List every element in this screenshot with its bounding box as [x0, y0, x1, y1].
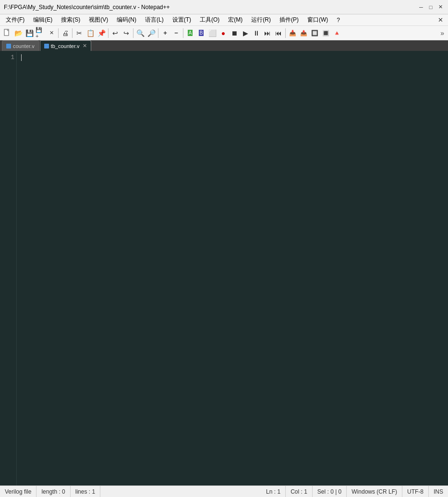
status-mode[interactable]: INS — [429, 486, 448, 497]
replace-icon: 🔎 — [147, 29, 156, 37]
toolbar-zoom-in-button[interactable]: + — [160, 28, 170, 38]
menu-window[interactable]: 窗口(W) — [303, 15, 332, 25]
window-controls: ─ □ ✕ — [417, 3, 444, 11]
toolbar-sep-7 — [285, 28, 286, 38]
menu-plugins[interactable]: 插件(P) — [276, 15, 303, 25]
zoom-out-icon: − — [174, 29, 178, 36]
toolbar-btn-j[interactable]: 📥 — [287, 28, 298, 38]
icon-a: A — [188, 30, 193, 36]
new-icon — [3, 29, 11, 37]
tab-bar: counter.v tb_counter.v ✕ — [0, 40, 448, 52]
tab-tb-counter-label: tb_counter.v — [51, 43, 80, 49]
menu-run[interactable]: 运行(R) — [247, 15, 275, 25]
icon-j: 📥 — [289, 30, 296, 36]
toolbar-sep-5 — [158, 28, 158, 38]
toolbar-btn-e[interactable]: ⏹ — [229, 28, 240, 38]
menu-bar: 文件(F) 编辑(E) 搜索(S) 视图(V) 编码(N) 语言(L) 设置(T… — [0, 14, 448, 26]
menu-close-x[interactable]: ✕ — [435, 16, 446, 24]
toolbar-replace-button[interactable]: 🔎 — [146, 28, 157, 38]
icon-m: 🔳 — [322, 30, 329, 36]
toolbar-sep-2 — [72, 28, 73, 38]
editor-content[interactable] — [17, 52, 448, 485]
toolbar-undo-button[interactable]: ↩ — [110, 28, 121, 38]
toolbar-save-all-button[interactable]: 💾+ — [35, 28, 46, 38]
toolbar-btn-g[interactable]: ⏸ — [251, 28, 262, 38]
menu-macro[interactable]: 宏(M) — [224, 15, 246, 25]
icon-h: ⏭ — [264, 29, 271, 37]
menu-edit[interactable]: 编辑(E) — [29, 15, 56, 25]
toolbar-btn-h[interactable]: ⏭ — [262, 28, 273, 38]
cut-icon: ✂ — [76, 29, 82, 37]
toolbar-btn-n[interactable]: 🔺 — [331, 28, 342, 38]
toolbar-sep-4 — [133, 28, 133, 38]
tab-counter[interactable]: counter.v — [2, 40, 39, 51]
menu-file[interactable]: 文件(F) — [2, 15, 28, 25]
menu-view[interactable]: 视图(V) — [85, 15, 112, 25]
icon-f: ▶ — [243, 29, 248, 37]
tab-tb-counter[interactable]: tb_counter.v ✕ — [40, 40, 91, 51]
toolbar-cut-button[interactable]: ✂ — [74, 28, 85, 38]
save-icon: 💾 — [25, 29, 34, 37]
minimize-button[interactable]: ─ — [417, 3, 425, 11]
status-bar: Verilog file length : 0 lines : 1 Ln : 1… — [0, 485, 448, 497]
close-button[interactable]: ✕ — [436, 3, 444, 11]
menu-settings[interactable]: 设置(T) — [169, 15, 195, 25]
maximize-button[interactable]: □ — [427, 3, 435, 11]
menu-language[interactable]: 语言(L) — [141, 15, 168, 25]
open-icon: 📂 — [14, 29, 23, 37]
toolbar-save-button[interactable]: 💾 — [24, 28, 35, 38]
status-ln: Ln : 1 — [261, 486, 286, 497]
editor-container: 1 — [0, 52, 448, 485]
line-number-1: 1 — [4, 54, 14, 61]
toolbar-copy-button[interactable]: 📋 — [85, 28, 96, 38]
close-file-icon: ✕ — [49, 30, 54, 36]
tab-tb-counter-icon — [44, 44, 49, 48]
title-text: F:\FPGA\My_Study_Notes\counter\sim\tb_co… — [4, 4, 170, 11]
menu-encode[interactable]: 编码(N) — [113, 15, 140, 25]
icon-d: ● — [221, 29, 225, 37]
print-icon: 🖨 — [62, 29, 69, 37]
toolbar-btn-c[interactable]: ⬜ — [207, 28, 218, 38]
toolbar-find-button[interactable]: 🔍 — [135, 28, 145, 38]
undo-icon: ↩ — [112, 29, 118, 37]
status-encoding[interactable]: UTF-8 — [402, 486, 429, 497]
status-length: length : 0 — [36, 486, 70, 497]
toolbar-btn-k[interactable]: 📤 — [298, 28, 309, 38]
tab-tb-counter-close[interactable]: ✕ — [83, 43, 87, 49]
icon-e: ⏹ — [231, 29, 238, 37]
toolbar-expand[interactable]: » — [438, 29, 446, 37]
redo-icon: ↪ — [123, 29, 129, 37]
menu-help[interactable]: ? — [333, 16, 344, 24]
toolbar-btn-l[interactable]: 🔲 — [309, 28, 320, 38]
status-lines: lines : 1 — [71, 486, 100, 497]
status-col: Col : 1 — [286, 486, 313, 497]
zoom-in-icon: + — [163, 29, 167, 36]
icon-i: ⏮ — [275, 29, 282, 37]
find-icon: 🔍 — [136, 29, 145, 37]
toolbar-redo-button[interactable]: ↪ — [121, 28, 132, 38]
status-line-ending[interactable]: Windows (CR LF) — [347, 486, 402, 497]
toolbar-close-button[interactable]: ✕ — [46, 28, 57, 38]
menu-search[interactable]: 搜索(S) — [57, 15, 84, 25]
menu-tools[interactable]: 工具(O) — [196, 15, 223, 25]
status-file-type: Verilog file — [0, 486, 36, 497]
toolbar-zoom-out-button[interactable]: − — [171, 28, 182, 38]
tab-counter-label: counter.v — [13, 43, 35, 49]
toolbar-btn-d[interactable]: ● — [218, 28, 229, 38]
toolbar-btn-i[interactable]: ⏮ — [273, 28, 284, 38]
toolbar: 📂 💾 💾+ ✕ 🖨 ✂ 📋 📌 ↩ ↪ 🔍 🔎 — [0, 26, 448, 40]
toolbar-sep-3 — [108, 28, 109, 38]
toolbar-print-button[interactable]: 🖨 — [60, 28, 71, 38]
toolbar-btn-f[interactable]: ▶ — [240, 28, 251, 38]
paste-icon: 📌 — [97, 29, 106, 37]
toolbar-btn-a[interactable]: A — [185, 28, 195, 38]
toolbar-btn-b[interactable]: B — [196, 28, 206, 38]
toolbar-paste-button[interactable]: 📌 — [96, 28, 107, 38]
icon-b: B — [199, 30, 204, 36]
icon-k: 📤 — [300, 30, 307, 36]
toolbar-open-button[interactable]: 📂 — [13, 28, 24, 38]
toolbar-btn-m[interactable]: 🔳 — [320, 28, 331, 38]
tab-counter-icon — [6, 44, 11, 48]
toolbar-new-button[interactable] — [2, 28, 12, 38]
copy-icon: 📋 — [86, 29, 95, 37]
